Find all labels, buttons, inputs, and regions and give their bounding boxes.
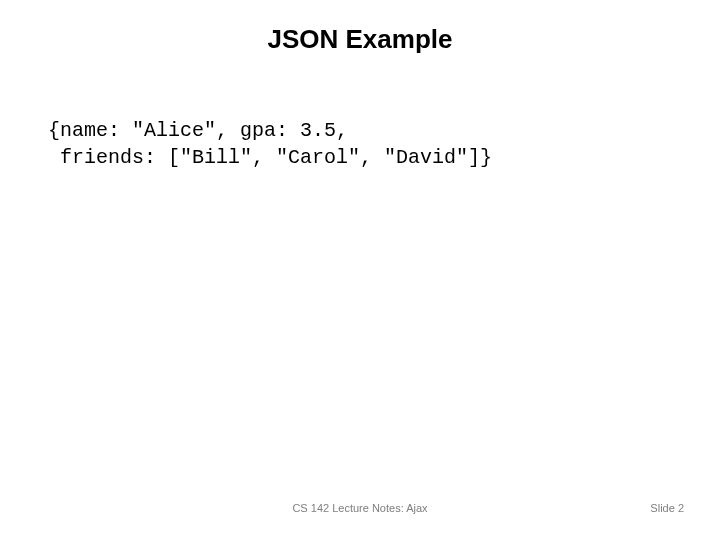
code-line-2: friends: ["Bill", "Carol", "David"]}	[48, 144, 672, 171]
slide-footer: CS 142 Lecture Notes: Ajax Slide 2	[0, 502, 720, 522]
footer-center-text: CS 142 Lecture Notes: Ajax	[292, 502, 427, 514]
code-line-1: {name: "Alice", gpa: 3.5,	[48, 117, 672, 144]
slide-content: {name: "Alice", gpa: 3.5, friends: ["Bil…	[0, 75, 720, 171]
slide: JSON Example {name: "Alice", gpa: 3.5, f…	[0, 0, 720, 540]
footer-right-text: Slide 2	[650, 502, 684, 514]
slide-title: JSON Example	[0, 0, 720, 75]
